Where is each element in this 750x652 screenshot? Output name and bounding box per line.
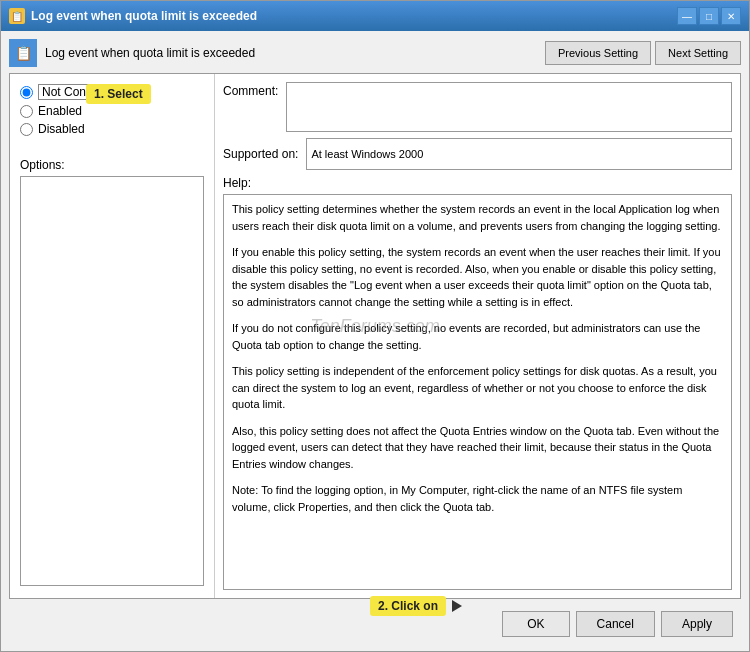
ok-button[interactable]: OK: [502, 611, 569, 637]
window-icon: 📋: [9, 8, 25, 24]
window-title: Log event when quota limit is exceeded: [31, 9, 257, 23]
previous-setting-button[interactable]: Previous Setting: [545, 41, 651, 65]
radio-enabled-label: Enabled: [38, 104, 82, 118]
select-annotation: 1. Select: [86, 87, 151, 101]
select-badge: 1. Select: [86, 84, 151, 104]
radio-disabled-label: Disabled: [38, 122, 85, 136]
click-arrow-icon: [452, 600, 462, 612]
policy-title: Log event when quota limit is exceeded: [45, 46, 255, 60]
options-box: [20, 176, 204, 586]
main-panel: Not Configured Enabled Disabled Options:: [9, 73, 741, 599]
click-badge: 2. Click on: [370, 596, 446, 616]
supported-label: Supported on:: [223, 147, 298, 161]
options-label: Options:: [20, 158, 204, 172]
help-content[interactable]: This policy setting determines whether t…: [223, 194, 732, 590]
next-setting-button[interactable]: Next Setting: [655, 41, 741, 65]
help-label: Help:: [223, 176, 732, 190]
maximize-button[interactable]: □: [699, 7, 719, 25]
dialog-header: 📋 Log event when quota limit is exceeded…: [9, 39, 741, 67]
right-panel: Comment: Supported on: At least Windows …: [215, 74, 740, 598]
left-panel: Not Configured Enabled Disabled Options:: [10, 74, 215, 598]
close-button[interactable]: ✕: [721, 7, 741, 25]
minimize-button[interactable]: —: [677, 7, 697, 25]
comment-label: Comment:: [223, 84, 278, 98]
help-section: Help: This policy setting determines whe…: [223, 176, 732, 590]
policy-icon: 📋: [9, 39, 37, 67]
cancel-button[interactable]: Cancel: [576, 611, 655, 637]
apply-button[interactable]: Apply: [661, 611, 733, 637]
comment-textarea[interactable]: [286, 82, 732, 132]
radio-enabled-input[interactable]: [20, 105, 33, 118]
window-controls: — □ ✕: [677, 7, 741, 25]
title-bar: 📋 Log event when quota limit is exceeded…: [1, 1, 749, 31]
radio-disabled-input[interactable]: [20, 123, 33, 136]
supported-value: At least Windows 2000: [306, 138, 732, 170]
radio-not-configured-input[interactable]: [20, 86, 33, 99]
radio-enabled[interactable]: Enabled: [20, 104, 204, 118]
radio-disabled[interactable]: Disabled: [20, 122, 204, 136]
click-annotation: 2. Click on: [370, 596, 462, 616]
